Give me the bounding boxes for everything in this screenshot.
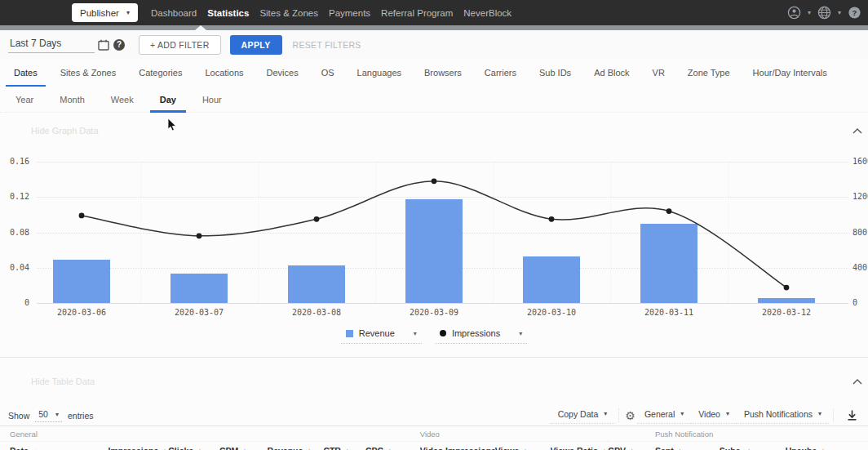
column-header-cpv[interactable]: CPV▴▾: [608, 442, 655, 450]
impressions-point: [432, 178, 437, 184]
push-columns-dropdown[interactable]: Push Notifications ▾: [737, 408, 829, 424]
column-label: Date: [10, 446, 29, 450]
tab-languages[interactable]: Languages: [346, 59, 413, 87]
legend-revenue-dropdown[interactable]: Revenue ▾: [341, 327, 422, 344]
impressions-line: [0, 151, 868, 324]
chevron-down-icon: ▾: [818, 410, 822, 417]
publisher-dropdown[interactable]: Publisher ▾: [72, 3, 138, 22]
nav-item-dashboard[interactable]: Dashboard: [151, 8, 197, 18]
top-navbar: Publisher ▾ DashboardStatisticsSites & Z…: [0, 0, 868, 25]
language-globe-icon[interactable]: [817, 6, 831, 20]
subtab-year[interactable]: Year: [2, 87, 46, 112]
entries-label: entries: [68, 411, 94, 421]
legend-revenue-label: Revenue: [359, 328, 395, 338]
general-columns-dropdown[interactable]: General ▾: [637, 408, 691, 424]
tab-browsers[interactable]: Browsers: [413, 59, 473, 87]
column-header-cpc[interactable]: CPC▴▾: [365, 442, 420, 450]
date-range-value: Last 7 Days: [10, 38, 61, 49]
chart-legend: Revenue ▾ Impressions ▾: [0, 327, 868, 344]
navbar-right: ▾ ▾ ?: [787, 6, 861, 20]
tab-sub-ids[interactable]: Sub IDs: [528, 59, 582, 87]
general-dropdown-label: General: [644, 409, 675, 419]
subtab-month[interactable]: Month: [46, 87, 98, 112]
date-help-icon[interactable]: ?: [113, 39, 125, 51]
tab-hour-day-intervals[interactable]: Hour/Day Intervals: [742, 59, 839, 87]
collapse-table-chevron-icon[interactable]: [852, 378, 863, 385]
publisher-statistics-page: Publisher ▾ DashboardStatisticsSites & Z…: [0, 0, 868, 450]
table-settings-gear-icon[interactable]: ⚙: [625, 409, 636, 422]
chevron-down-icon: ▾: [726, 410, 729, 417]
table-controls-right: Copy Data ▾ ⚙ General ▾ Video ▾ Push Not…: [551, 408, 868, 424]
video-columns-dropdown[interactable]: Video ▾: [691, 408, 737, 424]
column-header-clicks[interactable]: Clicks▴▾: [168, 442, 219, 450]
chevron-down-icon: ▾: [604, 410, 607, 417]
column-group-push-notification: Push Notification: [655, 426, 868, 442]
tab-devices[interactable]: Devices: [255, 59, 310, 87]
date-range-input[interactable]: Last 7 Days: [8, 36, 95, 53]
column-header-views[interactable]: Views▴▾: [495, 442, 551, 450]
tab-vr[interactable]: VR: [641, 59, 676, 87]
mouse-cursor: [167, 118, 177, 132]
tab-ad-block[interactable]: Ad Block: [582, 59, 640, 87]
language-menu-chevron-icon[interactable]: ▾: [838, 9, 841, 16]
column-header-video-impressions[interactable]: Video Impressions▴▾: [420, 442, 495, 450]
column-label: CTR: [323, 446, 341, 450]
user-menu-chevron-icon[interactable]: ▾: [808, 9, 811, 16]
nav-item-neverblock[interactable]: NeverBlock: [463, 8, 512, 18]
column-label: Unsubs: [786, 446, 817, 450]
show-entries-control: Show 50 ▾ entries: [8, 408, 93, 422]
show-label: Show: [8, 411, 29, 421]
chevron-down-icon: ▾: [519, 330, 522, 337]
tab-os[interactable]: OS: [310, 59, 346, 87]
tab-carriers[interactable]: Carriers: [473, 59, 528, 87]
tab-zone-type[interactable]: Zone Type: [676, 59, 742, 87]
reset-filters-button[interactable]: RESET FILTERS: [293, 40, 361, 50]
column-header-cpm[interactable]: CPM▴▾: [219, 442, 268, 450]
download-icon[interactable]: [846, 409, 858, 421]
statistics-table: GeneralVideoPush Notification Date▴Impre…: [0, 425, 868, 450]
copy-data-dropdown[interactable]: Copy Data ▾: [551, 408, 615, 424]
column-header-subs[interactable]: Subs.▴▾: [720, 442, 786, 450]
impressions-point: [549, 216, 555, 222]
column-label: Video Impressions: [420, 446, 495, 450]
column-header-revenue[interactable]: Revenue▴▾: [268, 442, 324, 450]
tab-dates[interactable]: Dates: [2, 59, 49, 87]
nav-item-referral-program[interactable]: Referral Program: [381, 8, 453, 18]
column-label: Views: [495, 446, 520, 450]
add-filter-button[interactable]: + ADD FILTER: [139, 35, 221, 55]
legend-impressions-label: Impressions: [452, 328, 500, 338]
impressions-point: [314, 216, 320, 222]
column-header-sent[interactable]: Sent▴▾: [655, 442, 720, 450]
subtab-hour[interactable]: Hour: [189, 87, 235, 112]
user-avatar-icon[interactable]: [787, 6, 801, 20]
calendar-icon[interactable]: [98, 39, 109, 51]
subtab-day[interactable]: Day: [147, 87, 189, 112]
legend-impressions-dropdown[interactable]: Impressions ▾: [435, 327, 527, 344]
column-header-views-ratio[interactable]: Views Ratio▴▾: [551, 442, 609, 450]
column-group-general: General: [0, 426, 420, 442]
impressions-point: [79, 213, 85, 219]
nav-item-payments[interactable]: Payments: [329, 8, 370, 18]
tab-sites-zones[interactable]: Sites & Zones: [49, 59, 127, 87]
column-header-ctr[interactable]: CTR▴▾: [323, 442, 365, 450]
column-header-date[interactable]: Date▴: [0, 442, 108, 450]
subtab-week[interactable]: Week: [98, 87, 147, 112]
collapse-graph-chevron-icon[interactable]: [852, 127, 863, 135]
entries-count-select[interactable]: 50 ▾: [35, 408, 62, 422]
hide-table-data-toggle[interactable]: Hide Table Data: [31, 376, 95, 386]
nav-item-statistics[interactable]: Statistics: [207, 8, 249, 18]
tab-locations[interactable]: Locations: [193, 59, 255, 87]
help-circle-icon[interactable]: ?: [848, 6, 861, 20]
column-header-unsubs[interactable]: Unsubs▴▾: [786, 442, 868, 450]
column-header-impressions[interactable]: Impressions▴▾: [108, 442, 168, 450]
chart-area: 000.044000.088000.1212000.1616002020-03-…: [0, 151, 868, 324]
apply-button[interactable]: APPLY: [230, 35, 282, 55]
column-label: CPC: [365, 446, 383, 450]
hide-graph-data-toggle[interactable]: Hide Graph Data: [31, 126, 99, 136]
nav-item-sites-zones[interactable]: Sites & Zones: [259, 8, 318, 18]
entries-count-value: 50: [38, 409, 48, 419]
tab-categories[interactable]: Categories: [127, 59, 193, 87]
chevron-down-icon: ▾: [414, 330, 417, 337]
impressions-point: [784, 285, 790, 291]
column-label: Views Ratio: [551, 446, 599, 450]
